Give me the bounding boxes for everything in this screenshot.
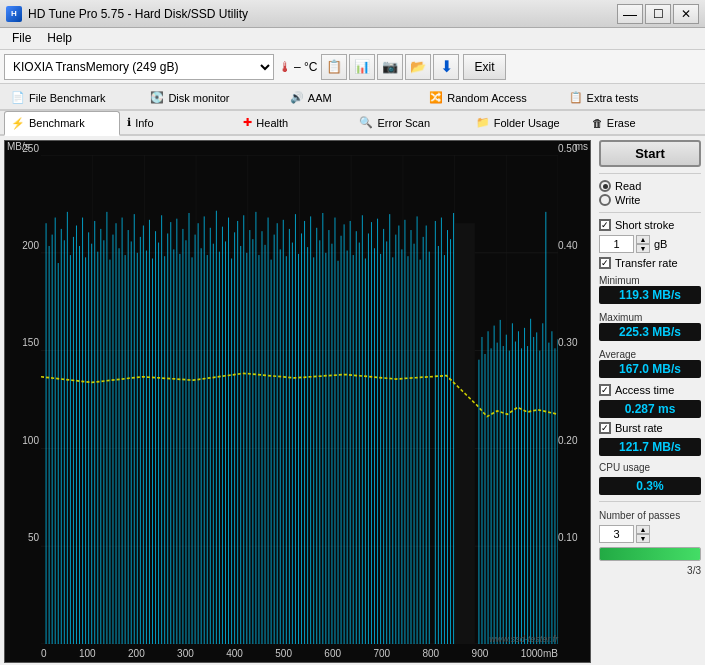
short-stroke-checkbox-row[interactable]: ✓ Short stroke	[599, 219, 701, 231]
file-benchmark-icon: 📄	[11, 91, 25, 104]
maximize-button[interactable]: ☐	[645, 4, 671, 24]
start-button[interactable]: Start	[599, 140, 701, 167]
short-stroke-input[interactable]	[599, 235, 634, 253]
temperature-display: 🌡 – °C	[278, 59, 317, 75]
passes-up[interactable]: ▲	[636, 525, 650, 534]
svg-rect-143	[455, 223, 475, 644]
temperature-value: – °C	[294, 60, 317, 74]
drive-selector[interactable]: KIOXIA TransMemory (249 gB)	[4, 54, 274, 80]
read-radio[interactable]: Read	[599, 180, 701, 192]
info-icon-btn[interactable]: 📋	[321, 54, 347, 80]
folder-icon-btn[interactable]: 📂	[405, 54, 431, 80]
menu-bar: File Help	[0, 28, 705, 50]
chart-icon-btn[interactable]: 📊	[349, 54, 375, 80]
right-panel: Start Read Write ✓ Short stroke ▲ ▼ gB	[595, 136, 705, 665]
toolbar-icons: 📋 📊 📷 📂 ⬇	[321, 54, 459, 80]
short-stroke-unit: gB	[654, 238, 667, 250]
main-content: MB/s ms 250 200 150 100 50 0.50 0.40 0.3…	[0, 136, 705, 665]
exit-button[interactable]: Exit	[463, 54, 505, 80]
tab-erase[interactable]: 🗑 Erase	[585, 111, 701, 134]
download-icon-btn[interactable]: ⬇	[433, 54, 459, 80]
short-stroke-spinner-btns: ▲ ▼	[636, 235, 650, 253]
progress-bar-container	[599, 547, 701, 561]
chart-y-axis-left: 250 200 150 100 50	[7, 141, 39, 642]
passes-progress: 3/3	[599, 565, 701, 576]
passes-input[interactable]	[599, 525, 634, 543]
divider-3	[599, 501, 701, 502]
chart-y-axis-right: 0.50 0.40 0.30 0.20 0.10	[558, 141, 588, 642]
tab-random-access[interactable]: 🔀 Random Access	[422, 86, 561, 109]
minimize-button[interactable]: —	[617, 4, 643, 24]
min-label: Minimum	[599, 275, 701, 286]
passes-label: Number of passes	[599, 510, 701, 521]
write-radio-circle	[599, 194, 611, 206]
access-time-label: Access time	[615, 384, 674, 396]
tab-extra-tests[interactable]: 📋 Extra tests	[562, 86, 701, 109]
read-radio-circle	[599, 180, 611, 192]
cpu-usage-value: 0.3%	[599, 477, 701, 495]
min-value: 119.3 MB/s	[599, 286, 701, 304]
tab-benchmark[interactable]: ⚡ Benchmark	[4, 111, 120, 136]
tab-health[interactable]: ✚ Health	[236, 111, 352, 134]
max-label: Maximum	[599, 312, 701, 323]
menu-file[interactable]: File	[4, 30, 39, 47]
divider-2	[599, 212, 701, 213]
tab-info[interactable]: ℹ Info	[120, 111, 236, 134]
tab-folder-usage[interactable]: 📁 Folder Usage	[469, 111, 585, 134]
info-icon: ℹ	[127, 116, 131, 129]
close-button[interactable]: ✕	[673, 4, 699, 24]
passes-spinner-btns: ▲ ▼	[636, 525, 650, 543]
burst-rate-checkbox[interactable]: ✓	[599, 422, 611, 434]
thermometer-icon: 🌡	[278, 59, 292, 75]
burst-rate-value: 121.7 MB/s	[599, 438, 701, 456]
random-access-icon: 🔀	[429, 91, 443, 104]
app-icon: H	[6, 6, 22, 22]
write-label: Write	[615, 194, 640, 206]
progress-bar-fill	[600, 548, 700, 560]
chart-x-axis: 0 100 200 300 400 500 600 700 800 900 10…	[41, 644, 558, 662]
tab-disk-monitor[interactable]: 💽 Disk monitor	[143, 86, 282, 109]
folder-usage-icon: 📁	[476, 116, 490, 129]
app-title: HD Tune Pro 5.75 - Hard Disk/SSD Utility	[28, 7, 248, 21]
burst-rate-label: Burst rate	[615, 422, 663, 434]
write-radio[interactable]: Write	[599, 194, 701, 206]
max-section: Maximum 225.3 MB/s	[599, 310, 701, 341]
menu-help[interactable]: Help	[39, 30, 80, 47]
cpu-usage-label: CPU usage	[599, 462, 701, 473]
transfer-rate-checkbox[interactable]: ✓	[599, 257, 611, 269]
passes-down[interactable]: ▼	[636, 534, 650, 543]
avg-label: Average	[599, 349, 701, 360]
camera-icon-btn[interactable]: 📷	[377, 54, 403, 80]
disk-monitor-icon: 💽	[150, 91, 164, 104]
short-stroke-checkbox[interactable]: ✓	[599, 219, 611, 231]
chart-svg	[41, 155, 558, 644]
tab-aam[interactable]: 🔊 AAM	[283, 86, 422, 109]
watermark: www.ssd-tester.fr	[489, 634, 558, 644]
tab-bar-1: 📄 File Benchmark 💽 Disk monitor 🔊 AAM 🔀 …	[0, 84, 705, 111]
min-section: Minimum 119.3 MB/s	[599, 273, 701, 304]
window-controls: — ☐ ✕	[617, 4, 699, 24]
transfer-rate-label: Transfer rate	[615, 257, 678, 269]
transfer-rate-checkbox-row[interactable]: ✓ Transfer rate	[599, 257, 701, 269]
short-stroke-down[interactable]: ▼	[636, 244, 650, 253]
access-time-checkbox[interactable]: ✓	[599, 384, 611, 396]
read-label: Read	[615, 180, 641, 192]
avg-value: 167.0 MB/s	[599, 360, 701, 378]
access-time-checkbox-row[interactable]: ✓ Access time	[599, 384, 701, 396]
toolbar: KIOXIA TransMemory (249 gB) 🌡 – °C 📋 📊 📷…	[0, 50, 705, 84]
chart-area: MB/s ms 250 200 150 100 50 0.50 0.40 0.3…	[4, 140, 591, 663]
read-write-group: Read Write	[599, 180, 701, 206]
tab-error-scan[interactable]: 🔍 Error Scan	[352, 111, 468, 134]
tab-file-benchmark[interactable]: 📄 File Benchmark	[4, 86, 143, 109]
access-time-value: 0.287 ms	[599, 400, 701, 418]
short-stroke-spinner-row: ▲ ▼ gB	[599, 235, 701, 253]
short-stroke-label: Short stroke	[615, 219, 674, 231]
burst-rate-checkbox-row[interactable]: ✓ Burst rate	[599, 422, 701, 434]
avg-section: Average 167.0 MB/s	[599, 347, 701, 378]
health-icon: ✚	[243, 116, 252, 129]
divider-1	[599, 173, 701, 174]
erase-icon: 🗑	[592, 117, 603, 129]
short-stroke-up[interactable]: ▲	[636, 235, 650, 244]
error-scan-icon: 🔍	[359, 116, 373, 129]
max-value: 225.3 MB/s	[599, 323, 701, 341]
